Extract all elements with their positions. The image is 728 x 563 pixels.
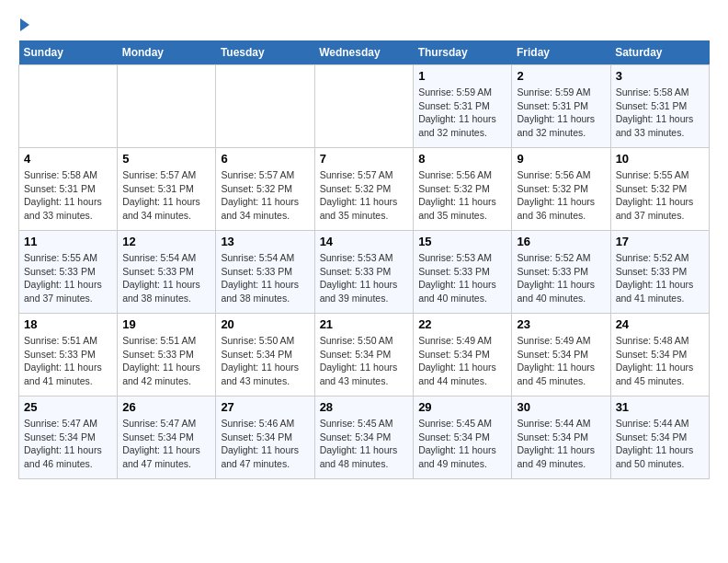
day-cell: 22Sunrise: 5:49 AM Sunset: 5:34 PM Dayli… bbox=[414, 314, 512, 396]
day-info: Sunrise: 5:47 AM Sunset: 5:34 PM Dayligh… bbox=[122, 417, 210, 471]
day-cell: 19Sunrise: 5:51 AM Sunset: 5:33 PM Dayli… bbox=[118, 314, 216, 396]
day-cell: 16Sunrise: 5:52 AM Sunset: 5:33 PM Dayli… bbox=[512, 231, 610, 314]
day-info: Sunrise: 5:53 AM Sunset: 5:33 PM Dayligh… bbox=[320, 251, 409, 305]
week-row-4: 18Sunrise: 5:51 AM Sunset: 5:33 PM Dayli… bbox=[19, 314, 710, 396]
week-row-1: 1Sunrise: 5:59 AM Sunset: 5:31 PM Daylig… bbox=[19, 65, 710, 148]
day-number: 23 bbox=[517, 317, 605, 331]
day-cell: 3Sunrise: 5:58 AM Sunset: 5:31 PM Daylig… bbox=[610, 65, 709, 148]
day-cell: 4Sunrise: 5:58 AM Sunset: 5:31 PM Daylig… bbox=[19, 148, 118, 231]
day-number: 28 bbox=[320, 400, 409, 414]
day-info: Sunrise: 5:53 AM Sunset: 5:33 PM Dayligh… bbox=[418, 251, 506, 305]
day-cell: 13Sunrise: 5:54 AM Sunset: 5:33 PM Dayli… bbox=[216, 231, 314, 314]
day-info: Sunrise: 5:59 AM Sunset: 5:31 PM Dayligh… bbox=[418, 86, 506, 140]
day-info: Sunrise: 5:52 AM Sunset: 5:33 PM Dayligh… bbox=[517, 251, 605, 305]
day-number: 25 bbox=[24, 400, 112, 414]
day-cell bbox=[118, 65, 216, 148]
day-cell: 5Sunrise: 5:57 AM Sunset: 5:31 PM Daylig… bbox=[118, 148, 216, 231]
day-info: Sunrise: 5:51 AM Sunset: 5:33 PM Dayligh… bbox=[24, 334, 112, 388]
day-info: Sunrise: 5:45 AM Sunset: 5:34 PM Dayligh… bbox=[320, 417, 409, 471]
day-info: Sunrise: 5:50 AM Sunset: 5:34 PM Dayligh… bbox=[320, 334, 409, 388]
day-info: Sunrise: 5:46 AM Sunset: 5:34 PM Dayligh… bbox=[221, 417, 309, 471]
day-cell: 9Sunrise: 5:56 AM Sunset: 5:32 PM Daylig… bbox=[512, 148, 610, 231]
day-cell: 6Sunrise: 5:57 AM Sunset: 5:32 PM Daylig… bbox=[216, 148, 314, 231]
day-number: 27 bbox=[221, 400, 309, 414]
day-header-monday: Monday bbox=[118, 40, 216, 65]
day-cell: 20Sunrise: 5:50 AM Sunset: 5:34 PM Dayli… bbox=[216, 314, 314, 396]
day-cell: 23Sunrise: 5:49 AM Sunset: 5:34 PM Dayli… bbox=[512, 314, 610, 396]
day-cell: 14Sunrise: 5:53 AM Sunset: 5:33 PM Dayli… bbox=[314, 231, 414, 314]
day-info: Sunrise: 5:59 AM Sunset: 5:31 PM Dayligh… bbox=[517, 86, 605, 140]
day-info: Sunrise: 5:52 AM Sunset: 5:33 PM Dayligh… bbox=[616, 251, 704, 305]
day-number: 11 bbox=[24, 235, 112, 248]
day-cell: 7Sunrise: 5:57 AM Sunset: 5:32 PM Daylig… bbox=[314, 148, 414, 231]
day-info: Sunrise: 5:54 AM Sunset: 5:33 PM Dayligh… bbox=[122, 251, 210, 305]
day-info: Sunrise: 5:57 AM Sunset: 5:32 PM Dayligh… bbox=[221, 168, 309, 223]
day-cell: 17Sunrise: 5:52 AM Sunset: 5:33 PM Dayli… bbox=[610, 231, 709, 314]
day-info: Sunrise: 5:44 AM Sunset: 5:34 PM Dayligh… bbox=[616, 417, 704, 471]
day-cell: 1Sunrise: 5:59 AM Sunset: 5:31 PM Daylig… bbox=[414, 65, 512, 148]
day-header-thursday: Thursday bbox=[414, 40, 512, 65]
day-cell: 2Sunrise: 5:59 AM Sunset: 5:31 PM Daylig… bbox=[512, 65, 610, 148]
day-number: 6 bbox=[221, 152, 309, 166]
day-cell: 8Sunrise: 5:56 AM Sunset: 5:32 PM Daylig… bbox=[414, 148, 512, 231]
day-cell: 11Sunrise: 5:55 AM Sunset: 5:33 PM Dayli… bbox=[19, 231, 118, 314]
day-number: 18 bbox=[24, 317, 112, 331]
day-number: 20 bbox=[221, 317, 309, 331]
day-number: 8 bbox=[418, 152, 506, 166]
header-row: SundayMondayTuesdayWednesdayThursdayFrid… bbox=[19, 40, 710, 65]
day-cell: 12Sunrise: 5:54 AM Sunset: 5:33 PM Dayli… bbox=[118, 231, 216, 314]
week-row-2: 4Sunrise: 5:58 AM Sunset: 5:31 PM Daylig… bbox=[19, 148, 710, 231]
day-number: 26 bbox=[122, 400, 210, 414]
day-number: 4 bbox=[24, 152, 112, 166]
day-info: Sunrise: 5:44 AM Sunset: 5:34 PM Dayligh… bbox=[517, 417, 605, 471]
day-cell: 31Sunrise: 5:44 AM Sunset: 5:34 PM Dayli… bbox=[610, 396, 709, 479]
day-number: 5 bbox=[122, 152, 210, 166]
day-cell: 26Sunrise: 5:47 AM Sunset: 5:34 PM Dayli… bbox=[118, 396, 216, 479]
week-row-5: 25Sunrise: 5:47 AM Sunset: 5:34 PM Dayli… bbox=[19, 396, 710, 479]
day-number: 2 bbox=[517, 69, 605, 83]
day-number: 15 bbox=[418, 235, 506, 248]
day-number: 9 bbox=[517, 152, 605, 166]
day-info: Sunrise: 5:57 AM Sunset: 5:31 PM Dayligh… bbox=[122, 168, 210, 223]
day-number: 31 bbox=[616, 400, 704, 414]
logo-triangle-icon bbox=[20, 18, 29, 31]
day-number: 30 bbox=[517, 400, 605, 414]
day-cell: 15Sunrise: 5:53 AM Sunset: 5:33 PM Dayli… bbox=[414, 231, 512, 314]
day-header-saturday: Saturday bbox=[610, 40, 709, 65]
day-number: 13 bbox=[221, 235, 309, 248]
day-number: 14 bbox=[320, 235, 409, 248]
day-info: Sunrise: 5:57 AM Sunset: 5:32 PM Dayligh… bbox=[320, 168, 409, 223]
day-info: Sunrise: 5:54 AM Sunset: 5:33 PM Dayligh… bbox=[221, 251, 309, 305]
week-row-3: 11Sunrise: 5:55 AM Sunset: 5:33 PM Dayli… bbox=[19, 231, 710, 314]
day-info: Sunrise: 5:45 AM Sunset: 5:34 PM Dayligh… bbox=[418, 417, 506, 471]
day-cell bbox=[19, 65, 118, 148]
day-info: Sunrise: 5:56 AM Sunset: 5:32 PM Dayligh… bbox=[418, 168, 506, 223]
day-cell: 21Sunrise: 5:50 AM Sunset: 5:34 PM Dayli… bbox=[314, 314, 414, 396]
day-info: Sunrise: 5:58 AM Sunset: 5:31 PM Dayligh… bbox=[616, 86, 704, 140]
logo bbox=[18, 18, 29, 31]
day-cell: 28Sunrise: 5:45 AM Sunset: 5:34 PM Dayli… bbox=[314, 396, 414, 479]
day-info: Sunrise: 5:50 AM Sunset: 5:34 PM Dayligh… bbox=[221, 334, 309, 388]
day-info: Sunrise: 5:58 AM Sunset: 5:31 PM Dayligh… bbox=[24, 168, 112, 223]
day-info: Sunrise: 5:55 AM Sunset: 5:32 PM Dayligh… bbox=[616, 168, 704, 223]
day-number: 24 bbox=[616, 317, 704, 331]
day-number: 16 bbox=[517, 235, 605, 248]
day-cell: 24Sunrise: 5:48 AM Sunset: 5:34 PM Dayli… bbox=[610, 314, 709, 396]
day-header-friday: Friday bbox=[512, 40, 610, 65]
day-cell bbox=[314, 65, 414, 148]
day-info: Sunrise: 5:56 AM Sunset: 5:32 PM Dayligh… bbox=[517, 168, 605, 223]
day-header-sunday: Sunday bbox=[19, 40, 118, 65]
day-cell bbox=[216, 65, 314, 148]
day-number: 3 bbox=[616, 69, 704, 83]
day-number: 10 bbox=[616, 152, 704, 166]
day-info: Sunrise: 5:55 AM Sunset: 5:33 PM Dayligh… bbox=[24, 251, 112, 305]
day-number: 21 bbox=[320, 317, 409, 331]
day-number: 12 bbox=[122, 235, 210, 248]
day-number: 19 bbox=[122, 317, 210, 331]
day-info: Sunrise: 5:49 AM Sunset: 5:34 PM Dayligh… bbox=[517, 334, 605, 388]
day-info: Sunrise: 5:49 AM Sunset: 5:34 PM Dayligh… bbox=[418, 334, 506, 388]
day-cell: 18Sunrise: 5:51 AM Sunset: 5:33 PM Dayli… bbox=[19, 314, 118, 396]
calendar-table: SundayMondayTuesdayWednesdayThursdayFrid… bbox=[18, 40, 710, 479]
day-number: 17 bbox=[616, 235, 704, 248]
day-number: 22 bbox=[418, 317, 506, 331]
